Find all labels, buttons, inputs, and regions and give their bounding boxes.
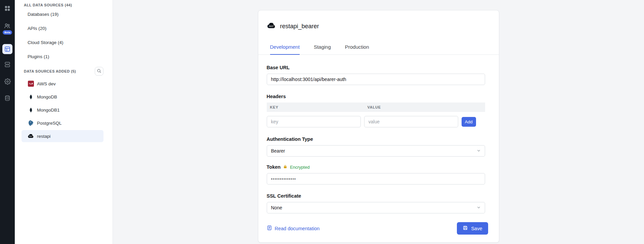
sidebar-item-cloud-storage[interactable]: Cloud Storage (4) (15, 35, 113, 49)
sidebar-item-postgresql[interactable]: PostgreSQL (22, 117, 103, 129)
header-kv-row: Add (267, 116, 485, 127)
encrypted-badge: Encrypted (290, 165, 310, 170)
token-input[interactable] (267, 173, 485, 185)
rest-api-icon: REST (28, 133, 34, 139)
base-url-label: Base URL (267, 65, 485, 70)
read-documentation-label: Read documentation (275, 226, 320, 231)
sidebar-item-plugins[interactable]: Plugins (1) (15, 49, 113, 64)
search-datasource-button[interactable] (95, 67, 103, 76)
apps-grid-icon[interactable] (4, 5, 11, 12)
app-rail: Beta (0, 0, 15, 244)
datasource-label: restapi (37, 134, 51, 139)
card-header: REST restapi_bearer (258, 10, 499, 34)
datasource-config-card: REST restapi_bearer Development Staging … (258, 10, 499, 243)
sidebar-item-aws-dev[interactable]: AWS dev (22, 78, 103, 90)
auth-type-label: Authentication Type (267, 136, 485, 142)
mongodb-icon (28, 94, 34, 100)
lock-icon (283, 164, 287, 170)
search-icon (97, 69, 101, 74)
auth-type-group: Authentication Type Bearer (267, 136, 485, 157)
users-nav: Beta (3, 22, 12, 35)
headers-table-head: KEY VALUE (267, 103, 485, 112)
token-group: Token Encrypted (267, 164, 485, 185)
chevron-down-icon (477, 148, 481, 154)
chevron-down-icon (477, 205, 481, 210)
token-label: Token (267, 164, 281, 170)
data-sources-added-heading: DATA SOURCES ADDED (5) (24, 69, 76, 73)
auth-type-select[interactable]: Bearer (267, 145, 485, 157)
save-button-label: Save (471, 226, 482, 231)
all-data-sources-heading: ALL DATA SOURCES (44) (24, 3, 103, 7)
datasource-sidebar: ALL DATA SOURCES (44) Databases (19) API… (15, 0, 113, 244)
save-button[interactable]: Save (457, 222, 488, 235)
sidebar-item-mongodb[interactable]: MongoDB (22, 91, 103, 103)
page-title: restapi_bearer (280, 23, 319, 30)
token-label-row: Token Encrypted (267, 164, 485, 170)
aws-icon (28, 81, 34, 87)
datasource-label: AWS dev (37, 81, 56, 86)
ssl-label: SSL Certificate (267, 193, 485, 199)
mongodb-icon (28, 107, 34, 113)
tab-production[interactable]: Production (345, 44, 369, 54)
rest-api-icon: REST (267, 23, 276, 30)
environment-tabs: Development Staging Production (258, 44, 499, 55)
base-url-input[interactable] (267, 74, 485, 85)
workflows-icon[interactable] (4, 61, 11, 68)
card-footer: Read documentation Save (258, 222, 499, 243)
ssl-group: SSL Certificate None (267, 193, 485, 213)
datasource-form: Base URL Headers KEY VALUE Add Authentic… (258, 55, 499, 222)
tab-staging[interactable]: Staging (314, 44, 331, 54)
main-content: REST restapi_bearer Development Staging … (113, 0, 644, 244)
sidebar-item-apis[interactable]: APIs (20) (15, 21, 113, 35)
base-url-group: Base URL (267, 65, 485, 85)
sidebar-item-restapi[interactable]: REST restapi (22, 130, 103, 142)
svg-text:REST: REST (29, 136, 33, 137)
sidebar-item-mongodb1[interactable]: MongoDB1 (22, 104, 103, 116)
read-documentation-link[interactable]: Read documentation (267, 225, 320, 232)
value-column-header: VALUE (364, 105, 381, 109)
datasource-label: PostgreSQL (37, 121, 62, 126)
database-icon[interactable] (4, 94, 11, 102)
auth-type-value: Bearer (271, 148, 285, 154)
key-column-header: KEY (267, 105, 364, 109)
datasource-label: MongoDB1 (37, 108, 60, 113)
header-value-input[interactable] (364, 116, 458, 127)
users-icon[interactable] (4, 22, 11, 29)
add-header-button[interactable]: Add (462, 117, 476, 127)
data-sources-icon[interactable] (2, 44, 12, 54)
sidebar-item-databases[interactable]: Databases (19) (15, 7, 113, 21)
settings-gear-icon[interactable] (4, 78, 11, 85)
save-disk-icon (463, 225, 468, 232)
tab-development[interactable]: Development (270, 44, 300, 55)
ssl-value: None (271, 205, 282, 210)
ssl-select[interactable]: None (267, 202, 485, 213)
document-icon (267, 225, 272, 232)
postgresql-icon (28, 120, 34, 126)
headers-group: Headers KEY VALUE Add (267, 94, 485, 127)
headers-label: Headers (267, 94, 485, 99)
svg-text:REST: REST (269, 25, 274, 27)
datasource-label: MongoDB (37, 94, 57, 99)
beta-badge: Beta (3, 30, 12, 35)
header-key-input[interactable] (267, 116, 361, 127)
